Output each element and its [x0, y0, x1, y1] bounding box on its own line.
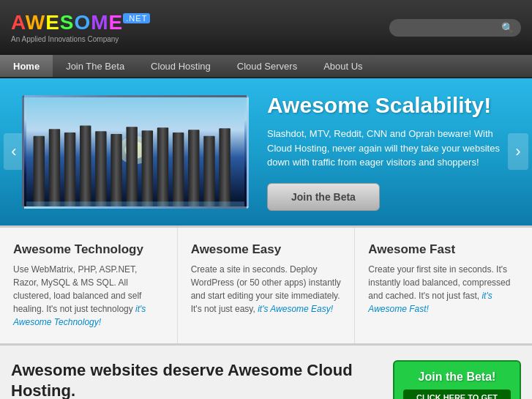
- svg-rect-16: [26, 201, 244, 206]
- logo-tagline: An Applied Innovations Company: [11, 35, 150, 43]
- svg-rect-10: [142, 130, 153, 206]
- bottom-text: Awesome websites deserve Awesome Cloud H…: [11, 360, 378, 400]
- hero-next-button[interactable]: ›: [508, 133, 528, 170]
- hero-image-inner: [24, 97, 247, 206]
- svg-rect-11: [157, 127, 168, 206]
- logo: AWESOME.NET: [11, 12, 150, 33]
- nav-home[interactable]: Home: [0, 55, 53, 77]
- join-beta-button[interactable]: Join the Beta: [267, 183, 380, 211]
- svg-rect-4: [49, 129, 60, 206]
- svg-rect-14: [203, 136, 214, 206]
- hero-prev-button[interactable]: ‹: [4, 133, 24, 170]
- svg-rect-5: [64, 133, 75, 206]
- features-section: Awesome Technology Use WebMatrix, PHP, A…: [0, 225, 532, 346]
- feature-technology: Awesome Technology Use WebMatrix, PHP, A…: [0, 228, 178, 343]
- feature-fast-title: Awesome Fast: [368, 242, 519, 257]
- hero-image: [22, 95, 249, 209]
- cta-box[interactable]: Join the Beta! CLICK HERE TO GET STARTED: [393, 360, 521, 400]
- svg-rect-15: [219, 128, 230, 206]
- cta-sub: CLICK HERE TO GET STARTED: [403, 389, 511, 400]
- nav-join-beta[interactable]: Join The Beta: [53, 55, 138, 77]
- nav-cloud-servers[interactable]: Cloud Servers: [224, 55, 310, 77]
- svg-rect-12: [173, 133, 184, 206]
- search-box[interactable]: 🔍: [389, 19, 521, 37]
- cta-title: Join the Beta!: [403, 370, 511, 384]
- search-input[interactable]: [397, 23, 501, 33]
- logo-net: .NET: [123, 13, 150, 23]
- header: AWESOME.NET An Applied Innovations Compa…: [0, 0, 532, 55]
- bottom-section: Awesome websites deserve Awesome Cloud H…: [0, 346, 532, 400]
- svg-rect-9: [127, 127, 138, 206]
- svg-rect-3: [34, 136, 45, 206]
- hero-section: ‹: [0, 78, 532, 225]
- svg-rect-8: [110, 134, 121, 206]
- svg-rect-7: [95, 131, 106, 206]
- navigation: Home Join The Beta Cloud Hosting Cloud S…: [0, 55, 532, 78]
- feature-fast: Awesome Fast Create your first site in s…: [355, 228, 532, 343]
- feature-technology-text: Use WebMatrix, PHP, ASP.NET, Razor, MySQ…: [13, 263, 164, 329]
- bottom-title: Awesome websites deserve Awesome Cloud H…: [11, 360, 378, 400]
- nav-about-us[interactable]: About Us: [310, 55, 375, 77]
- search-icon: 🔍: [501, 22, 514, 34]
- bottom-cta: Join the Beta! CLICK HERE TO GET STARTED: [393, 360, 521, 400]
- hero-title: Awesome Scalability!: [267, 93, 510, 118]
- feature-easy-text: Create a site in seconds. Deploy WordPre…: [191, 263, 342, 316]
- feature-easy: Awesome Easy Create a site in seconds. D…: [178, 228, 356, 343]
- nav-cloud-hosting[interactable]: Cloud Hosting: [138, 55, 224, 77]
- svg-rect-6: [80, 125, 91, 206]
- svg-rect-13: [188, 130, 199, 206]
- feature-technology-title: Awesome Technology: [13, 242, 164, 257]
- feature-easy-title: Awesome Easy: [191, 242, 342, 257]
- hero-content: Awesome Scalability! Slashdot, MTV, Redd…: [267, 93, 510, 211]
- logo-area: AWESOME.NET An Applied Innovations Compa…: [11, 12, 150, 43]
- hero-description: Slashdot, MTV, Reddit, CNN and Oprah bew…: [267, 127, 510, 170]
- hero-image-svg: [24, 97, 247, 206]
- feature-easy-link[interactable]: it's Awesome Easy!: [258, 304, 333, 314]
- feature-fast-text: Create your first site in seconds. It's …: [368, 263, 519, 316]
